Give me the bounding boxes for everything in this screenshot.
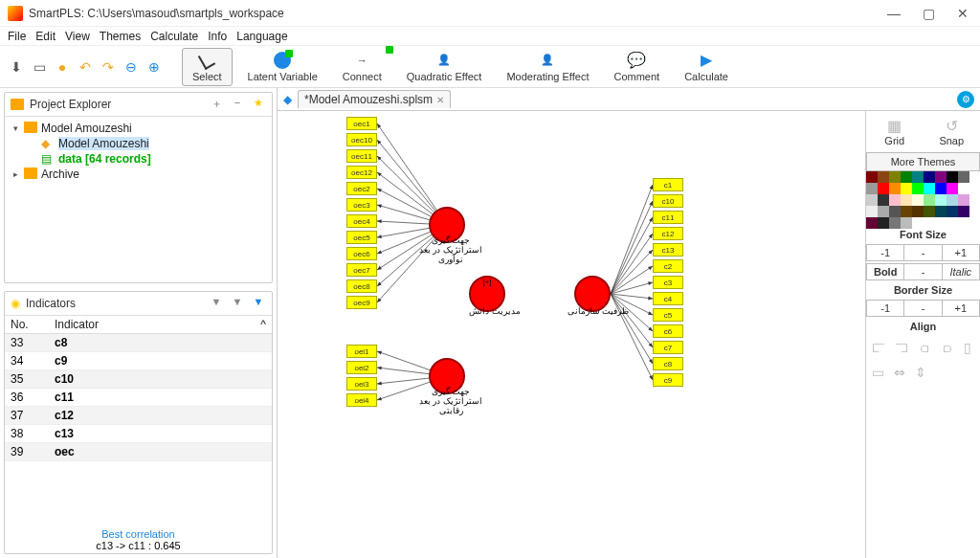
palette-swatch[interactable] [947, 206, 958, 217]
palette-swatch[interactable] [866, 194, 878, 206]
menu-themes[interactable]: Themes [100, 30, 141, 43]
font-dash2[interactable]: - [904, 264, 942, 279]
table-row[interactable]: 35c10 [5, 370, 272, 389]
snap-toggle[interactable]: ↺ Snap [924, 111, 981, 152]
panel-fav-button[interactable]: ★ [251, 97, 266, 112]
filter1-icon[interactable]: ▼ [209, 296, 224, 311]
indicator-oei2[interactable]: oei2 [346, 361, 377, 374]
filter3-icon[interactable]: ▼ [251, 296, 266, 311]
indicator-oec7[interactable]: oec7 [346, 263, 377, 277]
palette-swatch[interactable] [912, 171, 924, 183]
col-indicator[interactable]: Indicator [49, 316, 255, 334]
palette-swatch[interactable] [889, 171, 901, 183]
tab-model[interactable]: *Model Amouzeshi.splsm ✕ [298, 90, 451, 108]
filter2-icon[interactable]: ▼ [230, 296, 245, 311]
palette-swatch[interactable] [924, 206, 935, 217]
indicator-c11[interactable]: c11 [653, 211, 683, 224]
table-row[interactable]: 36c11 [5, 389, 272, 407]
tree-row[interactable]: ◆Model Amouzeshi [11, 136, 266, 151]
palette-swatch[interactable] [878, 183, 889, 194]
palette-swatch[interactable] [958, 183, 969, 194]
indicator-oec2[interactable]: oec2 [346, 182, 377, 195]
palette-swatch[interactable] [866, 171, 878, 183]
canvas-settings-button[interactable]: ⚙ [957, 91, 974, 108]
distribute-h-icon[interactable]: ⇔ [894, 365, 905, 380]
minimize-button[interactable]: — [884, 6, 903, 21]
font-plus1[interactable]: +1 [943, 245, 979, 260]
indicator-oec9[interactable]: oec9 [346, 296, 377, 309]
menu-calculate[interactable]: Calculate [150, 30, 198, 43]
indicator-oec10[interactable]: oec10 [346, 133, 377, 146]
calculate-button[interactable]: ▶ Calculate [675, 48, 738, 86]
palette-swatch[interactable] [878, 194, 889, 206]
align-middle-icon[interactable]: ▯ [964, 340, 971, 355]
palette-swatch[interactable] [924, 194, 935, 206]
comment-button[interactable]: 💬 Comment [604, 48, 669, 86]
palette-swatch[interactable] [901, 171, 912, 183]
select-tool-button[interactable]: Select [182, 48, 233, 86]
connect-button[interactable]: → Connect [333, 48, 391, 86]
italic-button[interactable]: Italic [943, 264, 979, 279]
palette-swatch[interactable] [958, 194, 969, 206]
best-correlation-link[interactable]: Best correlation [5, 528, 272, 540]
indicators-table[interactable]: No. Indicator ^ 33c834c935c1036c1137c123… [5, 316, 272, 526]
palette-swatch[interactable] [889, 194, 901, 206]
indicator-c4[interactable]: c4 [653, 292, 683, 305]
redo-icon[interactable]: ↷ [100, 58, 117, 76]
palette-swatch[interactable] [947, 194, 958, 206]
palette-swatch[interactable] [958, 206, 969, 217]
align-left-icon[interactable]: ⫍ [872, 340, 885, 355]
more-themes-button[interactable]: More Themes [866, 152, 980, 171]
quadratic-effect-button[interactable]: 👤 Quadratic Effect [397, 48, 492, 86]
menu-info[interactable]: Info [208, 30, 227, 43]
indicator-oec3[interactable]: oec3 [346, 198, 377, 212]
palette-swatch[interactable] [866, 183, 878, 194]
palette-swatch[interactable] [958, 171, 969, 183]
indicator-oec1[interactable]: oec1 [346, 117, 377, 130]
tree-row[interactable]: ▸Archive [11, 167, 266, 182]
border-minus1[interactable]: -1 [867, 301, 904, 316]
palette-swatch[interactable] [866, 206, 878, 217]
indicator-c1[interactable]: c1 [653, 178, 683, 191]
palette-swatch[interactable] [901, 183, 912, 194]
indicator-c10[interactable]: c10 [653, 194, 683, 208]
palette-swatch[interactable] [935, 171, 947, 183]
menu-view[interactable]: View [65, 30, 90, 43]
indicator-c6[interactable]: c6 [653, 324, 683, 338]
font-dash[interactable]: - [904, 245, 942, 260]
palette-swatch[interactable] [912, 183, 924, 194]
palette-swatch[interactable] [912, 206, 924, 217]
palette-swatch[interactable] [935, 194, 947, 206]
palette-swatch[interactable] [924, 171, 935, 183]
indicator-oei4[interactable]: oei4 [346, 393, 377, 407]
align-top-icon[interactable]: ⫐ [941, 340, 954, 355]
palette-swatch[interactable] [947, 171, 958, 183]
menu-edit[interactable]: Edit [35, 30, 56, 43]
indicator-c5[interactable]: c5 [653, 308, 683, 322]
distribute-v-icon[interactable]: ⇕ [915, 365, 926, 380]
indicator-oec4[interactable]: oec4 [346, 214, 377, 228]
indicator-oec8[interactable]: oec8 [346, 279, 377, 293]
palette-swatch[interactable] [935, 183, 947, 194]
close-button[interactable]: ✕ [953, 6, 972, 21]
palette-swatch[interactable] [878, 206, 889, 217]
indicator-oec5[interactable]: oec5 [346, 231, 377, 244]
bold-button[interactable]: Bold [867, 264, 904, 279]
indicator-c9[interactable]: c9 [653, 373, 683, 387]
indicator-c13[interactable]: c13 [653, 243, 683, 257]
tab-close-icon[interactable]: ✕ [436, 95, 444, 105]
border-plus1[interactable]: +1 [943, 301, 979, 316]
font-minus1[interactable]: -1 [867, 245, 904, 260]
import-icon[interactable]: ⬇ [8, 58, 25, 76]
tree-row[interactable]: ▤data [64 records] [11, 151, 266, 167]
palette-swatch[interactable] [878, 171, 889, 183]
color-palette[interactable] [866, 171, 980, 225]
palette-swatch[interactable] [901, 206, 912, 217]
palette-swatch[interactable] [935, 206, 947, 217]
indicator-oec12[interactable]: oec12 [346, 166, 377, 179]
palette-swatch[interactable] [924, 183, 935, 194]
moderating-effect-button[interactable]: 👤 Moderating Effect [497, 48, 598, 86]
palette-swatch[interactable] [901, 194, 912, 206]
indicator-oec6[interactable]: oec6 [346, 247, 377, 260]
table-row[interactable]: 34c9 [5, 352, 272, 370]
